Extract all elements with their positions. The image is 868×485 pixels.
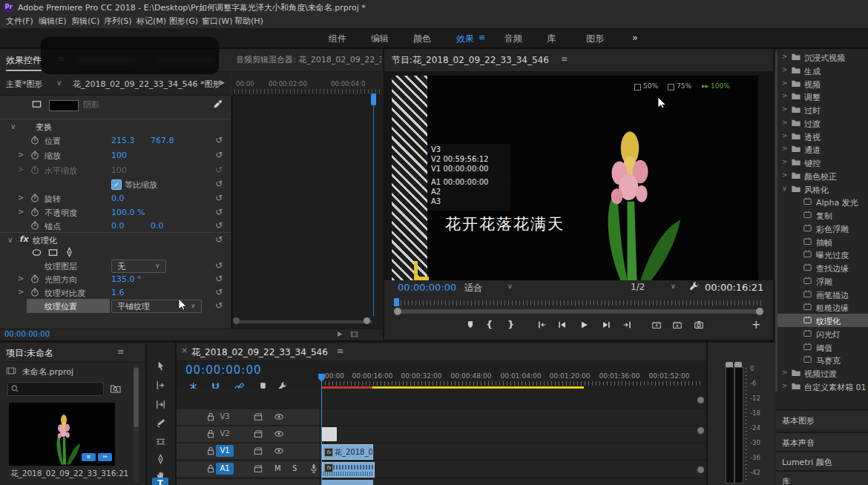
menu-help[interactable]: 帮助(H): [234, 16, 263, 27]
reset-param-icon[interactable]: ↺: [215, 260, 223, 271]
param-value[interactable]: 0.0: [111, 221, 125, 231]
effect-item-纹理化[interactable]: 纹理化: [777, 314, 868, 327]
menu-window[interactable]: 窗口(W): [202, 16, 232, 27]
twirl-right-icon[interactable]: >: [18, 208, 24, 216]
effects-folder-调整[interactable]: >调整: [777, 90, 868, 103]
effects-folder-视频[interactable]: >视频: [777, 77, 868, 90]
tab-program-monitor[interactable]: 节目:花_2018_02_09_22_33_34_546: [392, 54, 549, 67]
dropdown-纹理图层[interactable]: 无∨: [111, 260, 166, 273]
twirl-right-icon[interactable]: >: [782, 369, 788, 376]
track-lock-icon[interactable]: [206, 446, 216, 456]
reset-effect-icon[interactable]: ↺: [215, 234, 223, 245]
param-value[interactable]: 0.0: [111, 194, 125, 203]
clip-name-caption[interactable]: 花_2018_02_09_22_33_3: [10, 469, 106, 479]
effect-item-抽帧[interactable]: 抽帧: [777, 235, 868, 248]
stopwatch-icon[interactable]: [30, 135, 40, 145]
lift-button[interactable]: [651, 320, 662, 330]
keyframe-playhead-grip[interactable]: [371, 93, 376, 105]
clip-thumbnail[interactable]: ≡↔: [9, 403, 115, 466]
docked-panel-tab-essential-sound[interactable]: 基本声音: [776, 432, 868, 451]
ripple-edit-tool[interactable]: [155, 399, 166, 410]
stopwatch-icon[interactable]: [30, 220, 40, 231]
effect-item-复制[interactable]: 复制: [777, 208, 868, 222]
effects-folder-视频过渡[interactable]: >视频过渡: [777, 366, 868, 380]
step-back-button[interactable]: [557, 320, 568, 330]
timeline-scrollbar-knob[interactable]: [697, 466, 704, 473]
track-target-badge-V1[interactable]: V1: [216, 445, 234, 457]
menu-file[interactable]: 文件(F): [6, 16, 33, 27]
export-frame-button[interactable]: [694, 320, 704, 330]
twirl-right-icon[interactable]: >: [18, 194, 24, 202]
effects-folder-键控[interactable]: >键控: [777, 156, 868, 169]
twirl-right-icon[interactable]: >: [18, 165, 24, 174]
track-target-badge-V2[interactable]: V2: [216, 428, 234, 440]
effects-folder-过时[interactable]: >过时: [777, 103, 868, 116]
toggle-effects-icon[interactable]: [350, 330, 358, 338]
effects-folder-沉浸式视频[interactable]: >沉浸式视频: [777, 50, 868, 64]
param-value[interactable]: 100: [111, 165, 127, 175]
stopwatch-icon[interactable]: [30, 150, 40, 160]
track-target-badge-V3[interactable]: V3: [216, 411, 234, 423]
reset-param-icon[interactable]: ↺: [215, 274, 223, 284]
workspace-tab-graphics[interactable]: 图形: [586, 33, 604, 45]
stopwatch-icon[interactable]: [30, 274, 40, 284]
stopwatch-icon[interactable]: [30, 193, 40, 203]
effects-folder-风格化[interactable]: ∨风格化: [777, 182, 868, 196]
track-output-toggle-icon[interactable]: [274, 429, 284, 439]
track-lock-icon[interactable]: [206, 463, 216, 474]
workspace-overflow-chevron[interactable]: »: [632, 32, 638, 43]
timeline-playhead-line[interactable]: [321, 381, 322, 485]
playback-resolution-dropdown[interactable]: 1/2∨: [628, 280, 680, 293]
track-output-toggle-icon[interactable]: [274, 412, 284, 422]
track-sync-lock-icon[interactable]: [253, 446, 263, 456]
create-ellipse-mask-icon[interactable]: [31, 247, 42, 258]
workspace-tab-libraries[interactable]: 库: [547, 33, 556, 45]
monitor-scrub-ticks[interactable]: [401, 300, 763, 306]
text-box-corner-handle[interactable]: [414, 277, 429, 280]
twirl-right-icon[interactable]: >: [782, 158, 788, 165]
param-value[interactable]: 767.8: [151, 136, 174, 145]
docked-panel-tab-lumetri-color[interactable]: Lumetri 颜色: [776, 451, 868, 470]
project-scrollbar-handle[interactable]: [134, 368, 139, 427]
effects-folder-生成[interactable]: >生成: [777, 64, 868, 77]
docked-panel-tab-libraries[interactable]: 库: [776, 470, 868, 485]
create-bezier-mask-icon[interactable]: [64, 247, 75, 258]
twirl-right-icon[interactable]: >: [782, 53, 788, 60]
mark-in-button[interactable]: {: [486, 319, 493, 330]
master-clip-label[interactable]: 主要*图形: [6, 79, 43, 90]
type-tool[interactable]: T: [152, 478, 168, 485]
fit-dropdown[interactable]: 适合∨: [461, 280, 518, 293]
reset-param-icon[interactable]: ↺: [215, 165, 223, 175]
timeline-scrollbar-knob[interactable]: [697, 427, 704, 434]
menu-sequence[interactable]: 序列(S): [104, 16, 132, 27]
shadow-color-swatch[interactable]: [49, 100, 79, 111]
project-file-name[interactable]: 未命名.prproj: [22, 366, 73, 377]
workspace-tab-editing[interactable]: 编辑: [371, 33, 389, 45]
monitor-scrollbar-knob[interactable]: [394, 308, 401, 315]
effect-name-label[interactable]: 纹理化: [33, 235, 57, 246]
reset-param-icon[interactable]: ↺: [215, 300, 223, 311]
fill-type-icon[interactable]: [31, 99, 42, 110]
twirl-right-icon[interactable]: >: [18, 274, 24, 283]
play-button[interactable]: [579, 320, 589, 330]
tab-effect-controls[interactable]: 效果控件: [6, 54, 42, 71]
effect-controls-timecode[interactable]: 00:00:00:00: [4, 330, 50, 338]
twirl-right-icon[interactable]: >: [782, 105, 788, 113]
effects-folder-通道[interactable]: >通道: [777, 142, 868, 156]
twirl-right-icon[interactable]: >: [782, 92, 788, 99]
reset-param-icon[interactable]: ↺: [215, 220, 223, 231]
reset-param-icon[interactable]: ↺: [215, 207, 223, 217]
mark-out-button[interactable]: }: [507, 319, 514, 330]
track-select-forward-tool[interactable]: [155, 380, 166, 391]
timeline-scrollbar-knob[interactable]: [697, 397, 704, 403]
track-target-badge-A1[interactable]: A1: [216, 463, 234, 475]
track-output-toggle-icon[interactable]: [274, 446, 284, 456]
go-to-in-button[interactable]: [537, 320, 548, 330]
program-current-timecode[interactable]: 00:00:00:00: [398, 282, 456, 293]
twirl-right-icon[interactable]: >: [782, 119, 788, 126]
voiceover-record-icon[interactable]: [309, 463, 319, 474]
track-solo-button[interactable]: S: [292, 464, 297, 472]
go-to-out-button[interactable]: [622, 320, 632, 330]
chevron-down-icon[interactable]: ∨: [56, 79, 62, 87]
menu-graphics[interactable]: 图形(G): [169, 16, 198, 27]
